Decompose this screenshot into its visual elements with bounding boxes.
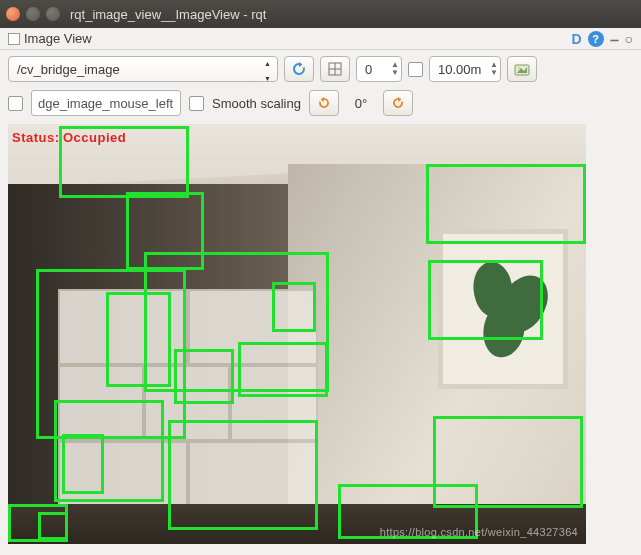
detection-box — [428, 260, 543, 340]
detection-box — [106, 292, 171, 387]
topic-combobox-value: /cv_bridge_image — [17, 62, 120, 77]
mouse-topic-value: dge_image_mouse_left — [38, 96, 173, 111]
window-title: rqt_image_view__ImageView - rqt — [70, 7, 266, 22]
window-minimize-button[interactable] — [26, 7, 40, 21]
panel-checkbox[interactable] — [8, 33, 20, 45]
zoom-spinbox[interactable]: 10.00m ▲▼ — [429, 56, 501, 82]
dock-label[interactable]: D — [571, 31, 581, 47]
detection-box — [238, 342, 328, 397]
chevron-updown-icon: ▲▼ — [264, 54, 271, 84]
window-maximize-button[interactable] — [46, 7, 60, 21]
rotate-right-icon — [391, 96, 405, 110]
watermark-text: https://blog.csdn.net/weixin_44327364 — [380, 526, 578, 538]
save-image-icon — [514, 62, 530, 76]
smooth-scaling-checkbox[interactable] — [189, 96, 204, 111]
detection-box — [62, 434, 104, 494]
zoom-spinbox-value: 10.00m — [438, 62, 486, 77]
window-close-button[interactable] — [6, 7, 20, 21]
toolbar-row-1: /cv_bridge_image ▲▼ 0 ▲▼ 10.00m ▲▼ — [0, 50, 641, 88]
refresh-icon — [291, 61, 307, 77]
svg-point-5 — [518, 67, 520, 69]
publish-mouse-checkbox[interactable] — [8, 96, 23, 111]
toolbar-row-2: dge_image_mouse_left Smooth scaling 0° — [0, 88, 641, 122]
window-titlebar: rqt_image_view__ImageView - rqt — [0, 0, 641, 28]
refresh-button[interactable] — [284, 56, 314, 82]
panel-close-icon[interactable]: ○ — [625, 31, 633, 47]
detection-box — [59, 126, 189, 198]
detection-box — [426, 164, 586, 244]
rotation-value: 0° — [347, 96, 375, 111]
mouse-topic-input[interactable]: dge_image_mouse_left — [31, 90, 181, 116]
detection-box — [272, 282, 316, 332]
smooth-scaling-label: Smooth scaling — [212, 96, 301, 111]
help-icon[interactable]: ? — [588, 31, 604, 47]
number-spinbox-value: 0 — [365, 62, 387, 77]
topic-combobox[interactable]: /cv_bridge_image ▲▼ — [8, 56, 278, 82]
rotate-right-button[interactable] — [383, 90, 413, 116]
detection-box — [168, 420, 318, 530]
grid-icon — [328, 62, 342, 76]
detection-box — [38, 512, 68, 540]
number-spinbox[interactable]: 0 ▲▼ — [356, 56, 402, 82]
rotate-left-button[interactable] — [309, 90, 339, 116]
rotate-left-icon — [317, 96, 331, 110]
panel-title: Image View — [24, 31, 92, 46]
image-display[interactable]: Status: Occupied https://blog.csdn.net/w… — [8, 124, 586, 544]
detection-box — [174, 349, 234, 404]
spin-arrows-icon[interactable]: ▲▼ — [391, 61, 399, 77]
grid-button[interactable] — [320, 56, 350, 82]
spin-arrows-icon[interactable]: ▲▼ — [490, 61, 498, 77]
panel-minimize-icon[interactable]: ‒ — [610, 31, 619, 47]
panel-header: Image View D ? ‒ ○ — [0, 28, 641, 50]
save-button[interactable] — [507, 56, 537, 82]
checkbox-dynamic-range[interactable] — [408, 62, 423, 77]
status-label-overlay: Status: — [12, 130, 60, 145]
